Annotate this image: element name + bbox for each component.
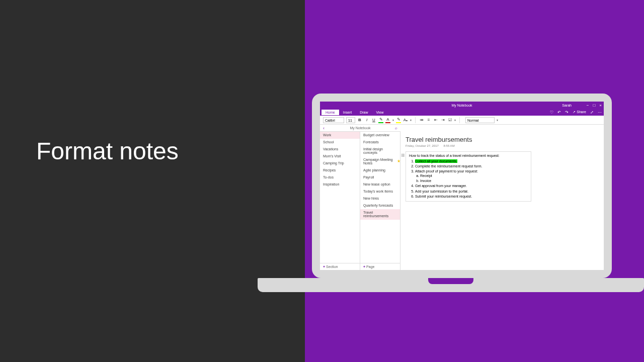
page-item[interactable]: Today's work items	[360, 188, 400, 195]
tab-insert[interactable]: Insert	[339, 110, 356, 115]
indent-button[interactable]: ⇥	[440, 117, 445, 123]
minimize-button[interactable]: −	[587, 103, 589, 108]
sections-list: WorkSchoolVacationsMom's VisitCamping Tr…	[320, 132, 360, 263]
chevron-down-icon[interactable]: ▾	[497, 118, 498, 122]
section-item[interactable]: Mom's Visit	[320, 153, 360, 160]
todo-button[interactable]: ☑	[447, 117, 452, 123]
chevron-down-icon[interactable]: ▾	[454, 118, 456, 122]
pen-color-button[interactable]: ✎	[378, 117, 383, 123]
tab-home[interactable]: Home	[321, 110, 339, 115]
outdent-button[interactable]: ⇤	[433, 117, 438, 123]
page-item[interactable]: Payroll	[360, 174, 400, 181]
list-sub-item[interactable]: Receipt	[420, 173, 528, 178]
star-tag-icon[interactable]: ★	[397, 159, 400, 163]
pages-list: Budget overviewForecastsInitial design c…	[360, 132, 400, 263]
chevron-down-icon[interactable]: ▾	[410, 118, 412, 122]
font-size-select[interactable]: 11	[346, 117, 355, 123]
add-page-button[interactable]: +Page	[360, 263, 400, 270]
note-handle-icon[interactable]: ▦	[401, 153, 405, 157]
page-time: 8:55 AM	[444, 144, 455, 147]
page-meta: Friday, October 27, 2017 8:55 AM	[406, 144, 599, 147]
page-item[interactable]: Campaign Meeting Notes	[360, 156, 400, 167]
list-item[interactable]: Collect all your documents.	[415, 159, 528, 163]
italic-button[interactable]: I	[364, 117, 369, 123]
fullscreen-icon[interactable]: ⤢	[590, 110, 594, 115]
section-item[interactable]: Recipes	[320, 167, 360, 174]
separator	[459, 117, 460, 123]
slide-left-panel: Format notes	[0, 0, 305, 362]
section-item[interactable]: To-dos	[320, 174, 360, 181]
tab-draw[interactable]: Draw	[356, 110, 372, 115]
add-section-button[interactable]: +Section	[320, 263, 360, 270]
note-subtitle[interactable]: How to track the status of a travel reim…	[409, 154, 528, 157]
notebook-header[interactable]: ‹ My Notebook ⌕	[320, 125, 400, 132]
ribbon-tabs: Home Insert Draw View ♡ ↶ ↷ ↗ Share ⤢ ⋯	[320, 109, 604, 116]
tab-view[interactable]: View	[372, 110, 388, 115]
style-dropdown[interactable]: Normal	[465, 117, 495, 123]
page-date: Friday, October 27, 2017	[406, 144, 439, 147]
work-area: WorkSchoolVacationsMom's VisitCamping Tr…	[320, 132, 604, 270]
laptop-frame: My Notebook Sarah − □ × Home Insert Draw…	[312, 94, 612, 278]
sections-column: WorkSchoolVacationsMom's VisitCamping Tr…	[320, 132, 360, 270]
list-item[interactable]: Submit your reimbursement request.	[415, 194, 528, 199]
laptop-notch	[428, 278, 473, 284]
highlight-button[interactable]: ✎	[396, 117, 401, 123]
section-item[interactable]: Inspiration	[320, 181, 360, 188]
separator	[415, 117, 416, 123]
bullets-button[interactable]: ≔	[419, 117, 424, 123]
numbering-button[interactable]: ≡	[426, 117, 431, 123]
chevron-down-icon[interactable]: ▾	[392, 118, 394, 122]
slide-title: Format notes	[0, 137, 179, 165]
list-item[interactable]: Attach proof of payment to your request:…	[415, 169, 528, 183]
page-item[interactable]: Initial design concepts	[360, 146, 400, 156]
section-item[interactable]: Vacations	[320, 146, 360, 153]
underline-button[interactable]: U	[371, 117, 376, 123]
list-item[interactable]: Complete the reimbursement request form.	[415, 164, 528, 168]
section-item[interactable]: Work	[320, 132, 360, 139]
page-item[interactable]: Budget overview	[360, 132, 400, 139]
list-sub-item[interactable]: Invoice	[420, 178, 528, 183]
page-item[interactable]: New lease option	[360, 181, 400, 188]
page-item[interactable]: Agile planning	[360, 167, 400, 174]
font-name-select[interactable]: Calibri	[323, 117, 344, 123]
pages-column: Budget overviewForecastsInitial design c…	[360, 132, 400, 270]
section-item[interactable]: Camping Trip	[320, 160, 360, 167]
list-item[interactable]: Get approval from your manager.	[415, 184, 528, 188]
maximize-button[interactable]: □	[593, 103, 595, 108]
page-content[interactable]: Travel reimbursements Friday, October 27…	[400, 132, 604, 270]
page-item[interactable]: Quarterly forecasts	[360, 202, 400, 209]
ribbon-bar: Calibri 11 B I U ✎ A ▾ ✎ Aₒ ▾ ≔ ≡ ⇤ ⇥ ☑ …	[320, 116, 604, 125]
title-bar: My Notebook Sarah − □ ×	[320, 102, 604, 109]
share-button[interactable]: ↗ Share	[573, 110, 586, 114]
page-item[interactable]: Travel reimbursements	[360, 209, 400, 220]
close-button[interactable]: ×	[599, 103, 602, 108]
app-window: My Notebook Sarah − □ × Home Insert Draw…	[320, 102, 604, 270]
redo-icon[interactable]: ↷	[565, 110, 569, 115]
note-list[interactable]: Collect all your documents.Complete the …	[409, 159, 528, 199]
font-color-button[interactable]: A	[385, 117, 390, 123]
window-title: My Notebook	[451, 104, 472, 107]
notebook-name: My Notebook	[350, 126, 370, 130]
section-item[interactable]: School	[320, 139, 360, 146]
list-item[interactable]: Add your submission to the portal.	[415, 189, 528, 194]
user-name[interactable]: Sarah	[562, 104, 572, 107]
window-controls: − □ ×	[587, 103, 602, 108]
page-item[interactable]: Forecasts	[360, 139, 400, 146]
laptop-base	[258, 278, 644, 292]
clear-format-button[interactable]: Aₒ	[403, 117, 408, 123]
bold-button[interactable]: B	[357, 117, 362, 123]
search-icon[interactable]: ⌕	[395, 126, 397, 130]
page-item[interactable]: New hires	[360, 195, 400, 202]
undo-icon[interactable]: ↶	[557, 110, 561, 115]
page-title[interactable]: Travel reimbursements	[406, 136, 599, 143]
lightbulb-icon[interactable]: ♡	[550, 110, 553, 115]
more-icon[interactable]: ⋯	[598, 110, 602, 115]
back-icon[interactable]: ‹	[323, 126, 325, 131]
note-container[interactable]: ▦ ★ How to track the status of a travel …	[406, 151, 531, 202]
